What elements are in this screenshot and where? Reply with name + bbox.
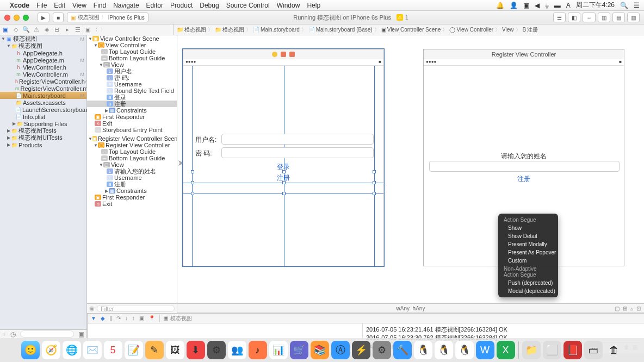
dock-word[interactable]: W (476, 341, 494, 359)
document-outline[interactable]: ▼▣View Controller Scene ▼◯View Controlle… (87, 35, 177, 338)
name-field[interactable] (429, 161, 620, 172)
segue-option-custom[interactable]: Custom (498, 257, 558, 265)
status-icon[interactable]: ▣ (523, 2, 529, 9)
view-debug-icon[interactable]: ▣ (139, 315, 144, 321)
project-navigator[interactable]: ▼▣模态视图M ▼📁模态视图 hAppDelegate.h mAppDelega… (0, 35, 87, 338)
dock-finder[interactable]: 🙂 (21, 341, 40, 359)
view-controller[interactable]: View Controller (106, 42, 146, 48)
resize-menu-icon[interactable]: ⊡ (636, 305, 641, 311)
menu-find[interactable]: Find (94, 2, 106, 9)
dock-app[interactable]: ⚡ (352, 341, 370, 359)
dock-calendar[interactable]: 5 (104, 341, 122, 359)
size-class-bar[interactable]: wAny hAny ▢ ⊞ ▵ ⊡ (177, 303, 644, 313)
segue-option-modal-dep[interactable]: Modal (deprecated) (498, 287, 558, 295)
status-icon[interactable]: 👤 (510, 2, 518, 9)
warning-badge[interactable]: ⚠ (397, 14, 403, 21)
dock-excel[interactable]: X (497, 341, 515, 359)
editor-standard[interactable]: ☰ (553, 13, 566, 22)
target-folder[interactable]: 模态视图UITests (18, 134, 86, 142)
dock-app[interactable]: 🧭 (42, 341, 60, 359)
menu-product[interactable]: Product (170, 2, 193, 9)
editor-assistant[interactable]: ◧ (568, 13, 580, 22)
battery-icon[interactable]: ▬ (554, 2, 561, 9)
segue-popover[interactable]: Action Segue Show Show Detail Present Mo… (498, 214, 558, 297)
project-navigator-tab[interactable]: ▣ (0, 26, 10, 33)
outline-toggle[interactable]: ▣ (85, 27, 90, 33)
run-button[interactable]: ▶ (38, 13, 49, 22)
dock-appstore[interactable]: Ⓐ (331, 341, 350, 359)
file-item[interactable]: ViewController.m (23, 71, 81, 78)
dock-app[interactable]: ✉️ (83, 341, 102, 359)
dock-app[interactable]: 🐧 (435, 341, 453, 359)
breakpoint-navigator-tab[interactable]: ▸ (62, 26, 72, 33)
segue-option-push[interactable]: Push (deprecated) (498, 279, 558, 287)
pin-menu-icon[interactable]: ⊞ (623, 305, 627, 311)
menu-window[interactable]: Window (277, 2, 300, 9)
dock-folder[interactable]: 📕 (564, 341, 582, 359)
process-selector[interactable]: ▣ 模态视图 (159, 315, 192, 322)
jump-bar[interactable]: 📁 模态视图〉 📁 模态视图〉 📄 Main.storyboard〉 📄 Mai… (174, 26, 644, 34)
scene-header[interactable]: Register View Controller Scene (98, 135, 177, 142)
menu-view[interactable]: View (72, 2, 86, 9)
continue-icon[interactable]: ‖ (109, 315, 112, 321)
dock-app[interactable]: 🐧 (455, 341, 474, 359)
menu-file[interactable]: File (36, 2, 47, 9)
breakpoints-icon[interactable]: ◆ (101, 315, 105, 321)
dock-app[interactable]: 🌐 (63, 341, 81, 359)
dock-settings[interactable]: ⚙ (373, 341, 391, 359)
layout-guide[interactable]: Top Layout Guide (109, 148, 156, 155)
dock-app[interactable]: 🐧 (414, 341, 432, 359)
file-item[interactable]: RegisterViewController.m (21, 85, 88, 92)
add-icon[interactable]: + (2, 330, 6, 338)
file-item[interactable]: LaunchScreen.storyboard (22, 107, 87, 113)
test-navigator-tab[interactable]: ◈ (41, 26, 52, 33)
exit[interactable]: Exit (102, 120, 112, 127)
dock-app[interactable]: 📊 (269, 341, 288, 359)
toggle-utilities[interactable]: ▥ (627, 13, 640, 22)
layout-guide[interactable]: Top Layout Guide (109, 48, 156, 55)
editor-version[interactable]: ↔ (583, 13, 596, 22)
toggle-navigator[interactable]: ▥ (598, 13, 610, 22)
view-controller[interactable]: Register View Controller (106, 142, 170, 148)
target-folder[interactable]: Products (18, 142, 86, 148)
symbol-navigator-tab[interactable]: ◇ (10, 26, 21, 33)
dock-app[interactable]: ⬇ (187, 341, 205, 359)
app-menu[interactable]: Xcode (10, 2, 29, 9)
window-minimize[interactable] (14, 15, 20, 21)
step-out-icon[interactable]: ↑ (132, 315, 135, 321)
project-group[interactable]: 模态视图 (18, 42, 86, 50)
dock-app[interactable]: 🛒 (290, 341, 308, 359)
file-item[interactable]: Info.plist (23, 114, 86, 120)
notification-center-icon[interactable]: ☰ (634, 2, 640, 9)
dock-app[interactable]: 🖼 (166, 341, 184, 359)
file-item[interactable]: AppDelegate.m (23, 57, 81, 64)
file-item[interactable]: RegisterViewController.h (19, 78, 85, 85)
supporting-files[interactable]: Supporting Files (24, 121, 86, 127)
outline-back[interactable]: 〈 (92, 26, 98, 34)
status-icon[interactable]: 🔔 (496, 2, 504, 9)
clock[interactable]: 周二下午4:26 (576, 1, 615, 10)
constraints[interactable]: Constraints (116, 188, 147, 194)
outline-fwd[interactable]: 〉 (100, 26, 106, 34)
location-icon[interactable]: 📍 (148, 315, 155, 321)
file-item[interactable]: AppDelegate.h (23, 50, 86, 57)
dock-app[interactable]: 📝 (125, 341, 143, 359)
segue-option-popover[interactable]: Present As Popover (498, 248, 558, 257)
menu-navigate[interactable]: Navigate (113, 2, 139, 9)
interface-builder-canvas[interactable]: ➤ ●●●●■ 用户名: 密 码: 登录 注册 (177, 35, 644, 338)
register-button[interactable]: 注册 (424, 174, 624, 184)
window-zoom[interactable] (23, 15, 29, 21)
first-responder[interactable]: First Responder (102, 194, 145, 201)
dock-xcode[interactable]: 🔨 (393, 341, 412, 359)
scene-header[interactable]: View Controller Scene (100, 35, 159, 42)
scheme-selector[interactable]: ▣ 模态视图 〉 iPhone 6s Plus (67, 13, 148, 22)
segue-option-modal[interactable]: Present Modally (498, 240, 558, 248)
menu-source-control[interactable]: Source Control (226, 2, 270, 9)
dock-app[interactable]: ⚙ (207, 341, 226, 359)
entry-point[interactable]: Storyboard Entry Point (102, 127, 163, 133)
dock-app[interactable]: 👥 (228, 341, 246, 359)
window-close[interactable] (4, 15, 10, 21)
file-item-selected[interactable]: Main.storyboard (23, 92, 81, 99)
step-into-icon[interactable]: ↓ (125, 315, 128, 321)
filter-recent-icon[interactable]: ◷ (10, 330, 16, 338)
